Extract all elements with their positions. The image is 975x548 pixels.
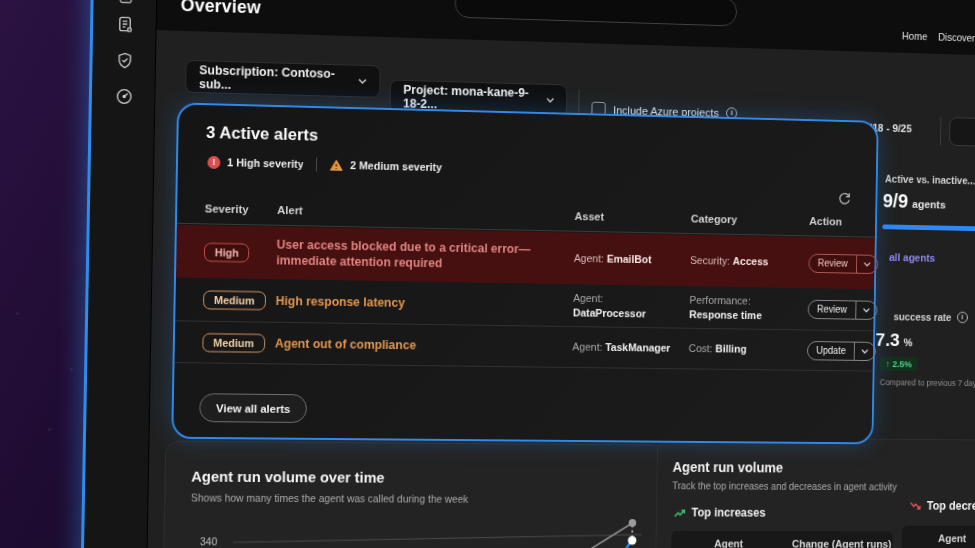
view-all-alerts-button[interactable]: View all alerts bbox=[199, 393, 307, 423]
col-alert: Alert bbox=[277, 204, 303, 216]
volume-card-title: Agent run volume bbox=[673, 459, 784, 475]
alerts-title: 3 Active alerts bbox=[206, 123, 318, 146]
cutoff-toolbar-button[interactable] bbox=[949, 117, 975, 148]
category-cell: Cost: Billing bbox=[689, 341, 795, 357]
category-cell: Performance: Response time bbox=[689, 292, 795, 323]
update-split-button[interactable]: Update bbox=[807, 341, 876, 361]
chart-subtitle: Shows how many times the agent was calle… bbox=[191, 492, 469, 505]
shield-check-icon[interactable] bbox=[115, 51, 134, 70]
agents-count-value: 9/9 bbox=[883, 190, 909, 212]
toolbar-divider bbox=[940, 117, 941, 146]
series-line-blue bbox=[599, 542, 630, 548]
chevron-down-icon bbox=[861, 348, 868, 354]
severity-badge: High bbox=[204, 242, 250, 262]
agents-card-title: Active vs. inactive... bbox=[885, 173, 975, 187]
alert-text: User access blocked due to a critical er… bbox=[276, 236, 557, 274]
col-category: Category bbox=[691, 213, 738, 226]
review-split-button[interactable]: Review bbox=[808, 253, 878, 273]
gridline bbox=[233, 533, 641, 543]
page-title: Overview bbox=[181, 0, 261, 18]
run-volume-chart-card: Agent run volume over time Shows how man… bbox=[161, 441, 665, 548]
col-asset: Asset bbox=[575, 210, 605, 222]
data-point-white[interactable] bbox=[628, 536, 637, 545]
refresh-icon[interactable] bbox=[837, 191, 852, 207]
chevron-down-icon bbox=[863, 307, 870, 313]
severity-badge: Medium bbox=[203, 290, 266, 310]
chevron-down-icon bbox=[863, 261, 870, 267]
category-cell: Security: Access bbox=[690, 253, 796, 270]
trend-down-icon bbox=[909, 500, 921, 511]
medium-severity-count: 2 Medium severity bbox=[350, 159, 442, 173]
top-decreases-label: Top decreas bbox=[909, 499, 975, 513]
increases-col-agent: Agent bbox=[714, 538, 743, 548]
nav-home[interactable]: Home bbox=[902, 30, 928, 42]
success-card-title-row: success rate i bbox=[894, 311, 968, 324]
chevron-down-icon bbox=[358, 78, 367, 85]
action-menu-chevron[interactable] bbox=[856, 255, 877, 273]
decreases-table-header: Agent bbox=[902, 526, 975, 548]
app-window: Overview Home Discover Subscription: Con… bbox=[79, 0, 975, 548]
subscription-dropdown-label: Subscription: Contoso-sub... bbox=[199, 63, 350, 95]
alert-text: High response latency bbox=[276, 292, 557, 313]
action-menu-chevron[interactable] bbox=[854, 342, 875, 360]
action-menu-chevron[interactable] bbox=[855, 301, 876, 319]
screenshot-stage: Overview Home Discover Subscription: Con… bbox=[0, 0, 975, 548]
background-dot bbox=[16, 312, 19, 315]
sidebar bbox=[82, 0, 158, 548]
sidebar-icon-partial[interactable] bbox=[116, 0, 135, 6]
agents-count: 9/9 agents bbox=[883, 190, 946, 213]
subscription-dropdown[interactable]: Subscription: Contoso-sub... bbox=[185, 60, 380, 98]
notes-icon[interactable] bbox=[116, 15, 135, 35]
asset-cell: Agent: DataProcessor bbox=[573, 290, 684, 322]
success-delta-badge: ↑ 2.5% bbox=[880, 356, 918, 371]
agents-progress-bar bbox=[882, 224, 975, 231]
trend-up-icon bbox=[674, 507, 686, 518]
data-point-gray[interactable] bbox=[629, 519, 637, 527]
agents-count-unit: agents bbox=[912, 198, 946, 210]
high-severity-count: 1 High severity bbox=[227, 156, 304, 170]
asset-cell: Agent: TaskManager bbox=[572, 340, 683, 356]
top-increases-label: Top increases bbox=[674, 506, 766, 520]
high-severity-icon: ! bbox=[207, 155, 220, 168]
warning-triangle-icon bbox=[330, 158, 344, 171]
search-bar[interactable] bbox=[454, 0, 737, 27]
run-volume-chart bbox=[164, 511, 665, 548]
review-split-button[interactable]: Review bbox=[808, 299, 878, 319]
alert-text: Agent out of compliance bbox=[275, 335, 556, 355]
main-content: Subscription: Contoso-sub... Project: mo… bbox=[146, 30, 975, 548]
summary-divider bbox=[316, 157, 317, 171]
info-icon[interactable]: i bbox=[957, 312, 968, 324]
agents-card-title-row: Active vs. inactive... i bbox=[885, 173, 975, 187]
severity-summary: ! 1 High severity 2 Medium severity bbox=[207, 155, 442, 174]
success-card-title: success rate bbox=[894, 311, 952, 323]
all-agents-link[interactable]: all agents bbox=[889, 251, 935, 263]
nav-discover[interactable]: Discover bbox=[938, 31, 975, 44]
volume-card-subtitle: Track the top increases and decreases in… bbox=[672, 480, 897, 492]
col-action: Action bbox=[809, 215, 842, 227]
agent-run-volume-card: Agent run volume Track the top increases… bbox=[653, 437, 975, 548]
background-dot bbox=[70, 368, 73, 371]
compass-gauge-icon[interactable] bbox=[115, 87, 134, 106]
increases-table-header: Agent Change (Agent runs) bbox=[671, 531, 893, 548]
col-severity: Severity bbox=[205, 202, 249, 215]
success-caption: Compared to previous 7 days bbox=[880, 377, 975, 388]
active-alerts-card: 3 Active alerts ! 1 High severity 2 Medi… bbox=[171, 102, 878, 444]
chevron-down-icon bbox=[546, 97, 554, 104]
increases-col-change: Change (Agent runs) bbox=[792, 538, 892, 548]
asset-cell: Agent: EmailBot bbox=[574, 251, 685, 268]
background-dot bbox=[48, 428, 51, 431]
success-rate-unit: % bbox=[904, 337, 913, 349]
severity-badge: Medium bbox=[202, 333, 265, 353]
chart-title: Agent run volume over time bbox=[191, 468, 385, 486]
decreases-col-agent: Agent bbox=[938, 533, 966, 545]
